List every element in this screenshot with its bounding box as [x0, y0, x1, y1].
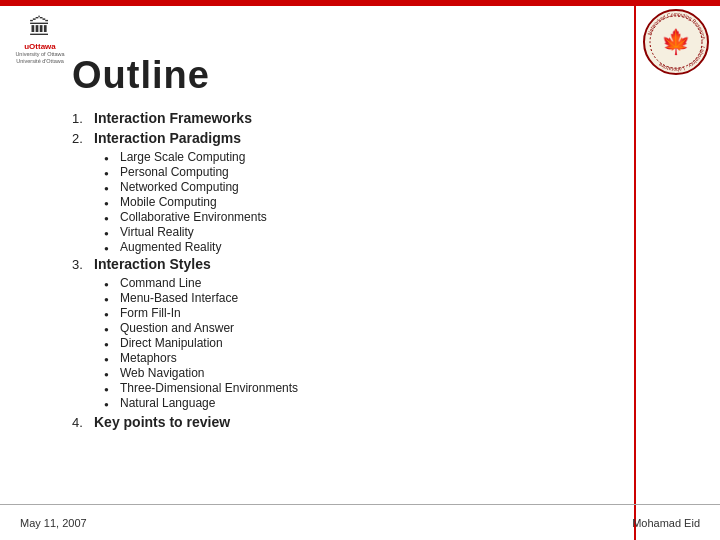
logo-left: 🏛 uOttawa University of OttawaUniversité…: [10, 10, 70, 70]
item-2-label: Interaction Paradigms: [94, 130, 241, 146]
bullet-icon: ●: [104, 210, 120, 223]
item-2-subitems: ●Large Scale Computing ●Personal Computi…: [104, 150, 620, 254]
right-line: [634, 0, 636, 540]
bullet-icon: ●: [104, 276, 120, 289]
list-item: ●Networked Computing: [104, 180, 620, 194]
subitem-text: Metaphors: [120, 351, 177, 365]
subitem-text: Virtual Reality: [120, 225, 194, 239]
footer: May 11, 2007 Mohamad Eid: [0, 504, 720, 540]
bullet-icon: ●: [104, 165, 120, 178]
slide: 🏛 uOttawa University of OttawaUniversité…: [0, 0, 720, 540]
item-2: 2. Interaction Paradigms: [72, 130, 620, 146]
subitem-text: Personal Computing: [120, 165, 229, 179]
item-3: 3. Interaction Styles: [72, 256, 620, 272]
list-item: ●Form Fill-In: [104, 306, 620, 320]
list-item: ●Web Navigation: [104, 366, 620, 380]
logo-subtext: University of OttawaUniversité d'Ottawa: [15, 51, 64, 65]
bullet-icon: ●: [104, 195, 120, 208]
list-item: ●Virtual Reality: [104, 225, 620, 239]
subitem-text: Mobile Computing: [120, 195, 217, 209]
subitem-text: Menu-Based Interface: [120, 291, 238, 305]
subitem-text: Three-Dimensional Environments: [120, 381, 298, 395]
list-item: ●Personal Computing: [104, 165, 620, 179]
top-bar: [0, 0, 720, 6]
svg-text:🍁: 🍁: [661, 27, 691, 56]
list-item: ●Menu-Based Interface: [104, 291, 620, 305]
bullet-icon: ●: [104, 291, 120, 304]
footer-author: Mohamad Eid: [632, 517, 700, 529]
bullet-icon: ●: [104, 321, 120, 334]
list-item: ●Natural Language: [104, 396, 620, 410]
item-3-number: 3.: [72, 256, 94, 272]
list-item: ●Large Scale Computing: [104, 150, 620, 164]
item-2-number: 2.: [72, 130, 94, 146]
bullet-icon: ●: [104, 396, 120, 409]
slide-title: Outline: [72, 54, 210, 97]
subitem-text: Web Navigation: [120, 366, 205, 380]
subitem-text: Command Line: [120, 276, 201, 290]
subitem-text: Natural Language: [120, 396, 215, 410]
list-item: ●Mobile Computing: [104, 195, 620, 209]
item-4-label: Key points to review: [94, 414, 230, 430]
item-4: 4. Key points to review: [72, 414, 620, 430]
bullet-icon: ●: [104, 351, 120, 364]
bullet-icon: ●: [104, 336, 120, 349]
list-item: ●Three-Dimensional Environments: [104, 381, 620, 395]
subitem-text: Question and Answer: [120, 321, 234, 335]
list-item: ●Augmented Reality: [104, 240, 620, 254]
ring-logo-svg: 🍁 Networked Computing Research Laborator…: [642, 8, 710, 76]
item-3-subitems: ●Command Line ●Menu-Based Interface ●For…: [104, 276, 620, 410]
subitem-text: Augmented Reality: [120, 240, 221, 254]
list-item: ●Collaborative Environments: [104, 210, 620, 224]
subitem-text: Large Scale Computing: [120, 150, 245, 164]
subitem-text: Direct Manipulation: [120, 336, 223, 350]
item-1-label: Interaction Frameworks: [94, 110, 252, 126]
item-1: 1. Interaction Frameworks: [72, 110, 620, 126]
content-area: 1. Interaction Frameworks 2. Interaction…: [72, 110, 620, 430]
logo-name: uOttawa: [24, 42, 56, 51]
bullet-icon: ●: [104, 240, 120, 253]
bullet-icon: ●: [104, 306, 120, 319]
list-item: ●Command Line: [104, 276, 620, 290]
list-item: ●Question and Answer: [104, 321, 620, 335]
bullet-icon: ●: [104, 225, 120, 238]
bullet-icon: ●: [104, 381, 120, 394]
building-icon: 🏛: [29, 15, 51, 41]
subitem-text: Collaborative Environments: [120, 210, 267, 224]
footer-date: May 11, 2007: [20, 517, 87, 529]
item-1-number: 1.: [72, 110, 94, 126]
list-item: ●Direct Manipulation: [104, 336, 620, 350]
list-item: ●Metaphors: [104, 351, 620, 365]
logo-right: 🍁 Networked Computing Research Laborator…: [642, 8, 710, 76]
item-4-number: 4.: [72, 414, 94, 430]
bullet-icon: ●: [104, 366, 120, 379]
bullet-icon: ●: [104, 180, 120, 193]
subitem-text: Form Fill-In: [120, 306, 181, 320]
item-3-label: Interaction Styles: [94, 256, 211, 272]
subitem-text: Networked Computing: [120, 180, 239, 194]
bullet-icon: ●: [104, 150, 120, 163]
